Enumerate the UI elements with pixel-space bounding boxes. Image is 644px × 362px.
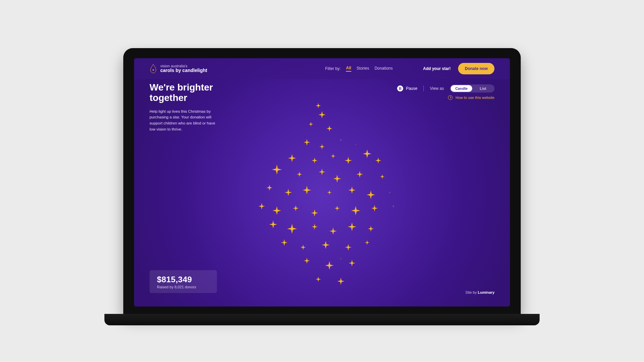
star-icon[interactable] xyxy=(345,157,352,164)
star-icon[interactable] xyxy=(318,111,326,118)
site-credit[interactable]: Site by Luminary xyxy=(465,290,494,294)
star-icon[interactable] xyxy=(337,278,345,285)
donate-button[interactable]: Donate now xyxy=(458,63,494,74)
star-icon[interactable] xyxy=(345,244,352,251)
filter-label: Filter by: xyxy=(325,66,341,71)
star-icon[interactable] xyxy=(316,277,321,282)
pause-button[interactable]: Pause xyxy=(397,85,417,92)
star-icon[interactable] xyxy=(325,261,334,270)
filter-stories[interactable]: Stories xyxy=(357,66,369,71)
star-icon[interactable] xyxy=(348,186,356,194)
star-icon[interactable] xyxy=(302,186,311,194)
star-icon[interactable] xyxy=(316,103,321,108)
help-link[interactable]: ? How to use this website xyxy=(448,95,494,100)
star-icon[interactable] xyxy=(258,203,265,210)
star-icon[interactable] xyxy=(348,222,356,231)
site-by-prefix: Site by xyxy=(465,290,478,294)
hero-subtitle: Help light up lives this Christmas by pu… xyxy=(150,109,220,133)
pause-icon xyxy=(397,85,403,92)
info-icon: ? xyxy=(448,95,453,100)
star-icon[interactable] xyxy=(312,157,318,164)
logo-line-2: carols by candlelight xyxy=(160,68,207,73)
star-icon[interactable] xyxy=(340,257,342,260)
star-icon[interactable] xyxy=(281,239,288,246)
pause-label: Pause xyxy=(406,86,417,91)
star-icon[interactable] xyxy=(334,206,340,211)
star-icon[interactable] xyxy=(351,206,360,215)
star-icon[interactable] xyxy=(363,149,372,158)
star-icon[interactable] xyxy=(322,241,330,249)
view-controls: Pause View as Candle List xyxy=(397,84,494,93)
hero-section: We're brighter together Help light up li… xyxy=(150,82,237,133)
star-icon[interactable] xyxy=(309,122,313,126)
star-icon[interactable] xyxy=(326,125,332,132)
donor-count: Raised by 8,021 donors xyxy=(157,285,210,289)
candle-icon xyxy=(150,64,157,74)
website-screen: vision australia's carols by candlelight… xyxy=(134,58,510,306)
site-by-name: Luminary xyxy=(478,290,494,294)
star-icon[interactable] xyxy=(319,169,325,175)
top-navigation: vision australia's carols by candlelight… xyxy=(134,58,510,79)
star-icon[interactable] xyxy=(319,144,325,149)
star-icon[interactable] xyxy=(300,245,306,250)
star-icon[interactable] xyxy=(333,175,341,183)
total-amount: $815,349 xyxy=(157,275,210,284)
star-icon[interactable] xyxy=(288,154,296,162)
laptop-base xyxy=(104,314,540,325)
star-icon[interactable] xyxy=(392,205,395,208)
divider xyxy=(423,85,424,92)
star-icon[interactable] xyxy=(365,240,369,245)
star-icon[interactable] xyxy=(266,185,272,191)
star-icon[interactable] xyxy=(293,205,299,211)
star-icon[interactable] xyxy=(304,258,310,264)
view-as-label: View as xyxy=(430,86,444,91)
header-actions: Add your star! Donate now xyxy=(423,63,494,74)
star-icon[interactable] xyxy=(331,154,335,158)
title-line-2: together xyxy=(150,93,237,103)
add-star-link[interactable]: Add your star! xyxy=(423,66,451,71)
star-icon[interactable] xyxy=(368,226,374,232)
star-icon[interactable] xyxy=(375,157,381,164)
page-title: We're brighter together xyxy=(150,82,237,103)
star-icon[interactable] xyxy=(355,144,357,146)
stats-card: $815,349 Raised by 8,021 donors xyxy=(150,270,217,293)
filter-group: Filter by: All Stories Donations xyxy=(325,66,393,72)
title-line-1: We're brighter xyxy=(150,82,237,93)
filter-all[interactable]: All xyxy=(346,66,351,72)
toggle-candle[interactable]: Candle xyxy=(451,85,472,92)
star-icon[interactable] xyxy=(272,165,282,175)
star-icon[interactable] xyxy=(366,190,375,199)
help-label: How to use this website xyxy=(455,96,494,100)
star-icon[interactable] xyxy=(311,209,318,217)
star-icon[interactable] xyxy=(272,206,281,215)
star-icon[interactable] xyxy=(329,227,337,235)
star-icon[interactable] xyxy=(297,172,302,177)
logo-text: vision australia's carols by candlelight xyxy=(160,64,207,73)
star-icon[interactable] xyxy=(356,171,363,178)
star-icon[interactable] xyxy=(312,224,318,230)
star-icon[interactable] xyxy=(349,260,355,266)
view-toggle[interactable]: Candle List xyxy=(450,84,494,93)
star-icon[interactable] xyxy=(269,220,277,228)
star-icon[interactable] xyxy=(388,191,391,194)
star-icon[interactable] xyxy=(285,189,292,196)
site-logo[interactable]: vision australia's carols by candlelight xyxy=(150,64,207,74)
star-icon[interactable] xyxy=(339,138,343,142)
svg-point-0 xyxy=(153,69,154,71)
star-icon[interactable] xyxy=(303,139,310,146)
star-icon[interactable] xyxy=(380,174,385,179)
laptop-frame: vision australia's carols by candlelight… xyxy=(123,48,521,314)
toggle-list[interactable]: List xyxy=(472,85,494,92)
star-icon[interactable] xyxy=(371,205,378,212)
star-icon[interactable] xyxy=(287,224,297,234)
filter-donations[interactable]: Donations xyxy=(375,66,393,71)
star-icon[interactable] xyxy=(327,190,332,195)
